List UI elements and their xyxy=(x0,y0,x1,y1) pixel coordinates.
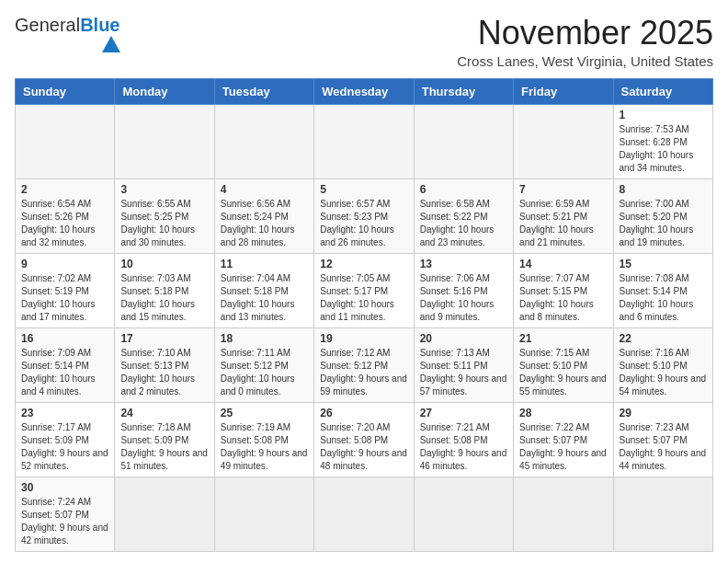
day-number: 4 xyxy=(221,183,308,196)
calendar-day-cell xyxy=(414,477,513,551)
day-info: Sunrise: 6:58 AM Sunset: 5:22 PM Dayligh… xyxy=(420,198,507,249)
day-info: Sunrise: 7:00 AM Sunset: 5:20 PM Dayligh… xyxy=(620,198,707,249)
calendar-day-cell: 20Sunrise: 7:13 AM Sunset: 5:11 PM Dayli… xyxy=(414,327,513,402)
calendar-day-cell: 27Sunrise: 7:21 AM Sunset: 5:08 PM Dayli… xyxy=(414,402,513,477)
calendar-day-cell: 7Sunrise: 6:59 AM Sunset: 5:21 PM Daylig… xyxy=(514,178,613,253)
logo-triangle xyxy=(102,36,120,52)
calendar-day-cell xyxy=(115,104,214,178)
day-info: Sunrise: 6:55 AM Sunset: 5:25 PM Dayligh… xyxy=(120,198,208,249)
calendar-title: November 2025 xyxy=(457,15,713,52)
day-info: Sunrise: 7:02 AM Sunset: 5:19 PM Dayligh… xyxy=(21,272,108,324)
calendar-day-cell: 19Sunrise: 7:12 AM Sunset: 5:12 PM Dayli… xyxy=(314,327,414,402)
weekday-header-wednesday: Wednesday xyxy=(314,78,414,104)
day-info: Sunrise: 7:22 AM Sunset: 5:07 PM Dayligh… xyxy=(519,421,607,473)
calendar-day-cell: 2Sunrise: 6:54 AM Sunset: 5:26 PM Daylig… xyxy=(16,178,115,253)
day-number: 7 xyxy=(519,183,607,196)
calendar-week-row: 1Sunrise: 7:53 AM Sunset: 6:28 PM Daylig… xyxy=(16,104,713,178)
calendar-day-cell: 9Sunrise: 7:02 AM Sunset: 5:19 PM Daylig… xyxy=(16,253,115,327)
day-number: 17 xyxy=(120,332,208,345)
calendar-day-cell: 16Sunrise: 7:09 AM Sunset: 5:14 PM Dayli… xyxy=(16,327,115,402)
day-number: 2 xyxy=(21,183,108,196)
day-info: Sunrise: 7:17 AM Sunset: 5:09 PM Dayligh… xyxy=(21,421,108,473)
day-info: Sunrise: 7:19 AM Sunset: 5:08 PM Dayligh… xyxy=(221,421,308,473)
day-number: 18 xyxy=(221,332,308,345)
logo-general: General xyxy=(15,15,80,36)
calendar-day-cell: 24Sunrise: 7:18 AM Sunset: 5:09 PM Dayli… xyxy=(115,402,214,477)
day-number: 9 xyxy=(21,258,108,270)
weekday-header-monday: Monday xyxy=(115,78,214,104)
day-info: Sunrise: 7:21 AM Sunset: 5:08 PM Dayligh… xyxy=(420,421,507,473)
day-number: 24 xyxy=(120,407,208,419)
calendar-day-cell xyxy=(214,104,313,178)
weekday-header-friday: Friday xyxy=(514,78,613,104)
calendar-day-cell: 25Sunrise: 7:19 AM Sunset: 5:08 PM Dayli… xyxy=(214,402,313,477)
calendar-day-cell: 21Sunrise: 7:15 AM Sunset: 5:10 PM Dayli… xyxy=(514,327,613,402)
calendar-day-cell xyxy=(514,477,613,551)
calendar-day-cell: 12Sunrise: 7:05 AM Sunset: 5:17 PM Dayli… xyxy=(314,253,414,327)
calendar-day-cell: 8Sunrise: 7:00 AM Sunset: 5:20 PM Daylig… xyxy=(613,178,712,253)
calendar-day-cell: 3Sunrise: 6:55 AM Sunset: 5:25 PM Daylig… xyxy=(115,178,214,253)
calendar-day-cell: 11Sunrise: 7:04 AM Sunset: 5:18 PM Dayli… xyxy=(214,253,313,327)
calendar-day-cell: 23Sunrise: 7:17 AM Sunset: 5:09 PM Dayli… xyxy=(16,402,115,477)
logo: General Blue xyxy=(15,15,120,52)
day-info: Sunrise: 7:23 AM Sunset: 5:07 PM Dayligh… xyxy=(620,421,707,473)
day-number: 15 xyxy=(620,258,707,270)
calendar-day-cell: 10Sunrise: 7:03 AM Sunset: 5:18 PM Dayli… xyxy=(115,253,214,327)
weekday-header-row: SundayMondayTuesdayWednesdayThursdayFrid… xyxy=(16,78,713,104)
day-info: Sunrise: 7:06 AM Sunset: 5:16 PM Dayligh… xyxy=(420,272,507,324)
day-number: 30 xyxy=(21,481,108,494)
calendar-subtitle: Cross Lanes, West Virginia, United State… xyxy=(457,53,713,69)
logo-blue: Blue xyxy=(80,15,119,36)
day-number: 12 xyxy=(320,258,407,270)
calendar-week-row: 23Sunrise: 7:17 AM Sunset: 5:09 PM Dayli… xyxy=(16,402,713,477)
day-number: 28 xyxy=(519,407,607,419)
calendar-day-cell xyxy=(613,477,712,551)
day-info: Sunrise: 7:13 AM Sunset: 5:11 PM Dayligh… xyxy=(420,347,507,398)
day-number: 3 xyxy=(120,183,208,196)
day-number: 11 xyxy=(221,258,308,270)
day-number: 21 xyxy=(519,332,607,345)
calendar-day-cell xyxy=(16,104,115,178)
calendar-week-row: 30Sunrise: 7:24 AM Sunset: 5:07 PM Dayli… xyxy=(16,477,713,551)
calendar-day-cell: 30Sunrise: 7:24 AM Sunset: 5:07 PM Dayli… xyxy=(16,477,115,551)
day-info: Sunrise: 7:10 AM Sunset: 5:13 PM Dayligh… xyxy=(120,347,208,398)
day-number: 8 xyxy=(620,183,707,196)
day-info: Sunrise: 7:05 AM Sunset: 5:17 PM Dayligh… xyxy=(320,272,407,324)
day-number: 6 xyxy=(420,183,507,196)
day-info: Sunrise: 6:57 AM Sunset: 5:23 PM Dayligh… xyxy=(320,198,407,249)
calendar-day-cell xyxy=(514,104,613,178)
day-number: 1 xyxy=(620,109,707,121)
day-info: Sunrise: 7:03 AM Sunset: 5:18 PM Dayligh… xyxy=(120,272,208,324)
day-number: 20 xyxy=(420,332,507,345)
day-number: 25 xyxy=(221,407,308,419)
calendar-day-cell: 14Sunrise: 7:07 AM Sunset: 5:15 PM Dayli… xyxy=(514,253,613,327)
weekday-header-thursday: Thursday xyxy=(414,78,513,104)
day-info: Sunrise: 7:04 AM Sunset: 5:18 PM Dayligh… xyxy=(221,272,308,324)
day-number: 26 xyxy=(320,407,407,419)
day-info: Sunrise: 7:16 AM Sunset: 5:10 PM Dayligh… xyxy=(620,347,707,398)
calendar-day-cell: 15Sunrise: 7:08 AM Sunset: 5:14 PM Dayli… xyxy=(613,253,712,327)
day-info: Sunrise: 7:08 AM Sunset: 5:14 PM Dayligh… xyxy=(620,272,707,324)
calendar-week-row: 2Sunrise: 6:54 AM Sunset: 5:26 PM Daylig… xyxy=(16,178,713,253)
calendar-day-cell: 26Sunrise: 7:20 AM Sunset: 5:08 PM Dayli… xyxy=(314,402,414,477)
day-number: 23 xyxy=(21,407,108,419)
day-number: 27 xyxy=(420,407,507,419)
day-number: 14 xyxy=(519,258,607,270)
calendar-week-row: 16Sunrise: 7:09 AM Sunset: 5:14 PM Dayli… xyxy=(16,327,713,402)
day-info: Sunrise: 6:54 AM Sunset: 5:26 PM Dayligh… xyxy=(21,198,108,249)
calendar-day-cell xyxy=(115,477,214,551)
day-info: Sunrise: 6:59 AM Sunset: 5:21 PM Dayligh… xyxy=(519,198,607,249)
calendar-week-row: 9Sunrise: 7:02 AM Sunset: 5:19 PM Daylig… xyxy=(16,253,713,327)
calendar-day-cell: 22Sunrise: 7:16 AM Sunset: 5:10 PM Dayli… xyxy=(613,327,712,402)
calendar-day-cell: 6Sunrise: 6:58 AM Sunset: 5:22 PM Daylig… xyxy=(414,178,513,253)
day-info: Sunrise: 6:56 AM Sunset: 5:24 PM Dayligh… xyxy=(221,198,308,249)
calendar-day-cell: 1Sunrise: 7:53 AM Sunset: 6:28 PM Daylig… xyxy=(613,104,712,178)
day-info: Sunrise: 7:09 AM Sunset: 5:14 PM Dayligh… xyxy=(21,347,108,398)
calendar-day-cell: 28Sunrise: 7:22 AM Sunset: 5:07 PM Dayli… xyxy=(514,402,613,477)
calendar-day-cell: 29Sunrise: 7:23 AM Sunset: 5:07 PM Dayli… xyxy=(613,402,712,477)
day-info: Sunrise: 7:15 AM Sunset: 5:10 PM Dayligh… xyxy=(519,347,607,398)
day-number: 29 xyxy=(620,407,707,419)
day-number: 13 xyxy=(420,258,507,270)
day-info: Sunrise: 7:12 AM Sunset: 5:12 PM Dayligh… xyxy=(320,347,407,398)
calendar-day-cell xyxy=(314,477,414,551)
